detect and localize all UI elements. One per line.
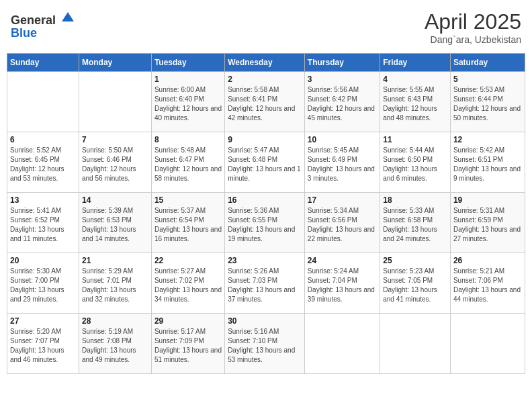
day-number: 27 — [10, 316, 76, 326]
calendar-cell: 28Sunrise: 5:19 AMSunset: 7:08 PMDayligh… — [79, 314, 151, 374]
calendar-week-row: 6Sunrise: 5:52 AMSunset: 6:45 PMDaylight… — [7, 132, 525, 193]
calendar-cell: 1Sunrise: 6:00 AMSunset: 6:40 PMDaylight… — [151, 72, 224, 132]
calendar-cell: 6Sunrise: 5:52 AMSunset: 6:45 PMDaylight… — [7, 132, 79, 193]
day-detail: Sunrise: 5:42 AMSunset: 6:51 PMDaylight:… — [453, 146, 522, 183]
calendar-cell: 12Sunrise: 5:42 AMSunset: 6:51 PMDayligh… — [450, 132, 525, 193]
logo-blue: Blue — [11, 26, 37, 40]
calendar-week-row: 27Sunrise: 5:20 AMSunset: 7:07 PMDayligh… — [7, 314, 525, 374]
day-number: 22 — [154, 256, 222, 265]
page-container: General Blue April 2025 Dang`ara, Uzbeki… — [7, 7, 525, 374]
logo-icon — [60, 9, 75, 24]
day-detail: Sunrise: 5:56 AMSunset: 6:42 PMDaylight:… — [308, 85, 377, 123]
day-detail: Sunrise: 5:16 AMSunset: 7:10 PMDaylight:… — [228, 327, 302, 365]
day-number: 18 — [383, 195, 447, 205]
calendar-cell: 30Sunrise: 5:16 AMSunset: 7:10 PMDayligh… — [225, 314, 305, 374]
calendar-cell: 16Sunrise: 5:36 AMSunset: 6:55 PMDayligh… — [225, 193, 305, 253]
header: General Blue April 2025 Dang`ara, Uzbeki… — [7, 7, 525, 48]
day-detail: Sunrise: 5:50 AMSunset: 6:46 PMDaylight:… — [82, 146, 148, 183]
day-detail: Sunrise: 6:00 AMSunset: 6:40 PMDaylight:… — [154, 85, 222, 123]
day-number: 2 — [228, 75, 302, 84]
day-number: 28 — [82, 316, 148, 326]
day-number: 21 — [82, 256, 148, 265]
calendar-cell: 4Sunrise: 5:55 AMSunset: 6:43 PMDaylight… — [380, 72, 451, 132]
day-detail: Sunrise: 5:29 AMSunset: 7:01 PMDaylight:… — [82, 267, 148, 304]
day-detail: Sunrise: 5:48 AMSunset: 6:47 PMDaylight:… — [154, 146, 222, 183]
day-number: 6 — [10, 135, 76, 144]
day-number: 19 — [453, 195, 522, 205]
day-of-week-header: Sunday — [7, 54, 79, 72]
calendar-cell: 29Sunrise: 5:17 AMSunset: 7:09 PMDayligh… — [151, 314, 224, 374]
day-of-week-header: Monday — [79, 54, 151, 72]
day-of-week-header: Friday — [380, 54, 451, 72]
day-number: 14 — [82, 195, 148, 205]
calendar-cell: 24Sunrise: 5:24 AMSunset: 7:04 PMDayligh… — [304, 253, 380, 314]
day-number: 11 — [383, 135, 447, 144]
calendar-week-row: 20Sunrise: 5:30 AMSunset: 7:00 PMDayligh… — [7, 253, 525, 314]
day-detail: Sunrise: 5:37 AMSunset: 6:54 PMDaylight:… — [154, 206, 222, 244]
day-detail: Sunrise: 5:33 AMSunset: 6:58 PMDaylight:… — [383, 206, 447, 244]
day-number: 20 — [10, 256, 76, 265]
calendar-cell: 11Sunrise: 5:44 AMSunset: 6:50 PMDayligh… — [380, 132, 451, 193]
day-number: 13 — [10, 195, 76, 205]
day-number: 16 — [228, 195, 302, 205]
day-number: 8 — [154, 135, 222, 144]
day-of-week-header: Tuesday — [151, 54, 224, 72]
day-of-week-header: Thursday — [304, 54, 380, 72]
day-detail: Sunrise: 5:36 AMSunset: 6:55 PMDaylight:… — [228, 206, 302, 244]
day-detail: Sunrise: 5:27 AMSunset: 7:02 PMDaylight:… — [154, 267, 222, 304]
day-number: 30 — [228, 316, 302, 326]
day-number: 29 — [154, 316, 222, 326]
calendar-cell — [380, 314, 451, 374]
svg-marker-0 — [62, 12, 74, 21]
day-of-week-header: Wednesday — [225, 54, 305, 72]
calendar-body: 1Sunrise: 6:00 AMSunset: 6:40 PMDaylight… — [7, 72, 525, 374]
day-detail: Sunrise: 5:58 AMSunset: 6:41 PMDaylight:… — [228, 85, 302, 123]
day-detail: Sunrise: 5:52 AMSunset: 6:45 PMDaylight:… — [10, 146, 76, 183]
day-detail: Sunrise: 5:26 AMSunset: 7:03 PMDaylight:… — [228, 267, 302, 304]
day-detail: Sunrise: 5:17 AMSunset: 7:09 PMDaylight:… — [154, 327, 222, 365]
calendar-cell — [450, 314, 525, 374]
calendar-cell: 13Sunrise: 5:41 AMSunset: 6:52 PMDayligh… — [7, 193, 79, 253]
day-number: 26 — [453, 256, 522, 265]
calendar-cell: 25Sunrise: 5:23 AMSunset: 7:05 PMDayligh… — [380, 253, 451, 314]
calendar-cell — [304, 314, 380, 374]
title-section: April 2025 Dang`ara, Uzbekistan — [425, 9, 521, 45]
calendar-cell: 20Sunrise: 5:30 AMSunset: 7:00 PMDayligh… — [7, 253, 79, 314]
calendar-cell: 22Sunrise: 5:27 AMSunset: 7:02 PMDayligh… — [151, 253, 224, 314]
calendar-week-row: 1Sunrise: 6:00 AMSunset: 6:40 PMDaylight… — [7, 72, 525, 132]
calendar-cell: 5Sunrise: 5:53 AMSunset: 6:44 PMDaylight… — [450, 72, 525, 132]
calendar-cell: 17Sunrise: 5:34 AMSunset: 6:56 PMDayligh… — [304, 193, 380, 253]
day-detail: Sunrise: 5:31 AMSunset: 6:59 PMDaylight:… — [453, 206, 522, 244]
calendar-cell: 9Sunrise: 5:47 AMSunset: 6:48 PMDaylight… — [225, 132, 305, 193]
day-number: 15 — [154, 195, 222, 205]
calendar-cell: 18Sunrise: 5:33 AMSunset: 6:58 PMDayligh… — [380, 193, 451, 253]
day-number: 17 — [308, 195, 377, 205]
day-detail: Sunrise: 5:41 AMSunset: 6:52 PMDaylight:… — [10, 206, 76, 244]
day-number: 7 — [82, 135, 148, 144]
day-detail: Sunrise: 5:55 AMSunset: 6:43 PMDaylight:… — [383, 85, 447, 123]
day-detail: Sunrise: 5:34 AMSunset: 6:56 PMDaylight:… — [308, 206, 377, 244]
day-detail: Sunrise: 5:30 AMSunset: 7:00 PMDaylight:… — [10, 267, 76, 304]
calendar-cell: 14Sunrise: 5:39 AMSunset: 6:53 PMDayligh… — [79, 193, 151, 253]
calendar-cell: 26Sunrise: 5:21 AMSunset: 7:06 PMDayligh… — [450, 253, 525, 314]
day-detail: Sunrise: 5:20 AMSunset: 7:07 PMDaylight:… — [10, 327, 76, 365]
day-detail: Sunrise: 5:53 AMSunset: 6:44 PMDaylight:… — [453, 85, 522, 123]
day-detail: Sunrise: 5:24 AMSunset: 7:04 PMDaylight:… — [308, 267, 377, 304]
day-number: 10 — [308, 135, 377, 144]
calendar-week-row: 13Sunrise: 5:41 AMSunset: 6:52 PMDayligh… — [7, 193, 525, 253]
calendar-table: SundayMondayTuesdayWednesdayThursdayFrid… — [7, 53, 525, 374]
logo-general: General — [11, 13, 56, 27]
calendar-cell — [7, 72, 79, 132]
calendar-cell: 19Sunrise: 5:31 AMSunset: 6:59 PMDayligh… — [450, 193, 525, 253]
day-number: 23 — [228, 256, 302, 265]
day-number: 12 — [453, 135, 522, 144]
day-number: 3 — [308, 75, 377, 84]
day-number: 9 — [228, 135, 302, 144]
calendar-cell: 2Sunrise: 5:58 AMSunset: 6:41 PMDaylight… — [225, 72, 305, 132]
day-detail: Sunrise: 5:19 AMSunset: 7:08 PMDaylight:… — [82, 327, 148, 365]
calendar-cell: 8Sunrise: 5:48 AMSunset: 6:47 PMDaylight… — [151, 132, 224, 193]
calendar-cell: 7Sunrise: 5:50 AMSunset: 6:46 PMDaylight… — [79, 132, 151, 193]
day-number: 24 — [308, 256, 377, 265]
day-detail: Sunrise: 5:39 AMSunset: 6:53 PMDaylight:… — [82, 206, 148, 244]
day-detail: Sunrise: 5:47 AMSunset: 6:48 PMDaylight:… — [228, 146, 302, 183]
